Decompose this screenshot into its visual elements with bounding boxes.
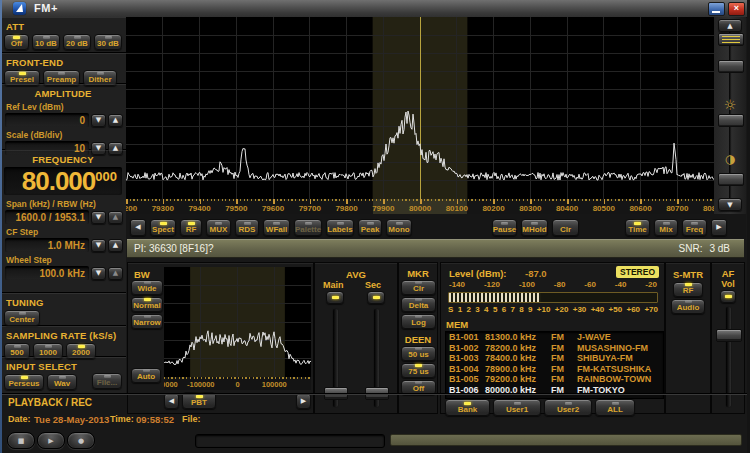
- clr-button[interactable]: Clr: [552, 219, 579, 236]
- narrow-button[interactable]: Narrow: [131, 314, 163, 329]
- bank-button[interactable]: Bank: [445, 399, 490, 416]
- palette-button[interactable]: Palette: [294, 219, 322, 236]
- audio-button[interactable]: Audio: [671, 299, 705, 314]
- span-khz-rbw-hz-value[interactable]: 1600.0 / 1953.1: [5, 210, 89, 224]
- s-scale-label: 8: [519, 305, 523, 314]
- all-button[interactable]: ALL: [595, 399, 635, 416]
- scroll-right-icon[interactable]: ▶: [711, 219, 727, 236]
- freq-button[interactable]: Freq: [682, 219, 707, 236]
- button-label: MUX: [210, 225, 228, 235]
- spin-down-icon[interactable]: ▼: [91, 211, 106, 224]
- off-button[interactable]: Off: [4, 34, 29, 50]
- contrast-slider-handle[interactable]: [718, 173, 744, 186]
- auto-button[interactable]: Auto: [131, 368, 161, 383]
- scroll-left-icon[interactable]: ◀: [130, 219, 146, 236]
- slider-handle[interactable]: [718, 60, 744, 73]
- cf-step-label: CF Step: [0, 224, 126, 238]
- stop-button[interactable]: ■: [7, 432, 35, 449]
- divider: [0, 393, 750, 395]
- spin-up-icon[interactable]: ▲: [108, 267, 123, 280]
- mhold-button[interactable]: MHold: [521, 219, 548, 236]
- wide-button[interactable]: Wide: [131, 280, 163, 295]
- att-section: ATT Off10 dB20 dB30 dB: [0, 17, 126, 53]
- memory-row-fm-katsushika[interactable]: B1-00478900.0 kHzFMFM-KATSUSHIKA: [446, 364, 663, 375]
- record-button[interactable]: ●: [67, 432, 95, 449]
- memory-row-j-wave[interactable]: B1-00181300.0 kHzFMJ-WAVE: [446, 332, 663, 343]
- 75-us-button[interactable]: 75 us: [401, 363, 436, 378]
- sampling-rate-section: SAMPLING RATE (kS/s) 50010002000: [0, 326, 126, 357]
- 30-db-button[interactable]: 30 dB: [94, 34, 122, 50]
- user2-button[interactable]: User2: [544, 399, 592, 416]
- perseus-button[interactable]: Perseus: [4, 374, 44, 390]
- dbm-scale: -140-120-100-80-60-40-20: [449, 280, 657, 289]
- scroll-down-icon[interactable]: ▼: [718, 198, 742, 211]
- file-name-field[interactable]: [195, 434, 385, 448]
- passband-spectrum-display[interactable]: [164, 267, 311, 377]
- playback-progress-bar[interactable]: [390, 434, 742, 446]
- wheel-step-value[interactable]: 100.0 kHz: [5, 266, 89, 280]
- memory-list[interactable]: B1-00181300.0 kHzFMJ-WAVEB1-00278200.0 k…: [445, 331, 664, 399]
- pbt-left-icon[interactable]: ◀: [164, 393, 179, 409]
- spin-down-icon[interactable]: ▼: [91, 239, 106, 252]
- normal-button[interactable]: Normal: [131, 297, 163, 312]
- s-scale-label: +60: [626, 305, 640, 314]
- user1-button[interactable]: User1: [493, 399, 541, 416]
- button-label: RF: [186, 225, 197, 235]
- mux-button[interactable]: MUX: [206, 219, 231, 236]
- peak-button[interactable]: Peak: [358, 219, 382, 236]
- play-button[interactable]: ▶: [37, 432, 65, 449]
- file-open-button[interactable]: File...: [92, 373, 122, 389]
- 20-db-button[interactable]: 20 dB: [63, 34, 91, 50]
- wav-button[interactable]: Wav: [47, 374, 77, 390]
- scale-db-div-label: Scale (dB/div): [0, 127, 126, 141]
- avg-sec-enable-button[interactable]: [367, 291, 385, 304]
- frequency-display[interactable]: 80.000000: [4, 167, 122, 195]
- titlebar[interactable]: FM+ ×: [0, 0, 750, 18]
- 10-db-button[interactable]: 10 dB: [32, 34, 60, 50]
- ref-lev-dbm-value[interactable]: 0: [5, 113, 89, 127]
- brightness-slider-handle[interactable]: [718, 114, 744, 127]
- minimize-button[interactable]: [708, 2, 725, 16]
- 50-us-button[interactable]: 50 us: [401, 346, 436, 361]
- clr-button[interactable]: Clr: [401, 280, 436, 295]
- mono-button[interactable]: Mono: [386, 219, 412, 236]
- display-toolbar: ◀ SpectRFMUXRDSWFallPaletteLabelsPeakMon…: [126, 214, 746, 240]
- scroll-up-icon[interactable]: ▲: [718, 19, 742, 32]
- memory-row-shibuya-fm[interactable]: B1-00378400.0 kHzFMSHIBUYA-FM: [446, 353, 663, 364]
- spect-button[interactable]: Spect: [150, 219, 176, 236]
- cf-step-value[interactable]: 1.0 MHz: [5, 238, 89, 252]
- rf-button[interactable]: RF: [180, 219, 202, 236]
- spin-up-icon[interactable]: ▲: [108, 239, 123, 252]
- spin-up-icon[interactable]: ▲: [108, 211, 123, 224]
- spin-down-icon[interactable]: ▼: [91, 267, 106, 280]
- wfall-button[interactable]: WFall: [263, 219, 290, 236]
- contrast-icon: ◑: [714, 152, 746, 166]
- frequency-fields: Span (kHz) / RBW (Hz)1600.0 / 1953.1▼▲CF…: [0, 196, 126, 280]
- af-volume-slider-handle[interactable]: [716, 329, 742, 342]
- s-scale-label: S: [448, 305, 453, 314]
- pause-button[interactable]: Pause: [492, 219, 517, 236]
- time-button[interactable]: Time: [625, 219, 650, 236]
- spin-up-icon[interactable]: ▲: [108, 114, 123, 127]
- af-enable-button[interactable]: [720, 290, 736, 303]
- memory-row-musashino-fm[interactable]: B1-00278200.0 kHzFMMUSASHINO-FM: [446, 343, 663, 354]
- log-button[interactable]: Log: [401, 314, 436, 329]
- fm-plus-window: FM+ × ATT Off10 dB20 dB30 dB FRONT-END P…: [0, 0, 750, 453]
- labels-button[interactable]: Labels: [326, 219, 354, 236]
- dbm-scale-label: -120: [484, 280, 500, 289]
- memory-row-rainbow-town[interactable]: B1-00579200.0 kHzFMRAINBOW-TOWN: [446, 374, 663, 385]
- axis-tick-label: 79500: [225, 204, 247, 213]
- axis-tick-label: 79800: [335, 204, 357, 213]
- spin-down-icon[interactable]: ▼: [91, 114, 106, 127]
- center-button[interactable]: Center: [4, 310, 40, 326]
- af-volume-slider-track[interactable]: [726, 307, 731, 407]
- rf-spectrum-display[interactable]: [126, 17, 714, 199]
- rf-button[interactable]: RF: [673, 282, 703, 297]
- delta-button[interactable]: Delta: [401, 297, 436, 312]
- pbt-right-icon[interactable]: ▶: [296, 393, 311, 409]
- rds-button[interactable]: RDS: [235, 219, 259, 236]
- avg-main-enable-button[interactable]: [326, 291, 344, 304]
- mix-button[interactable]: Mix: [654, 219, 678, 236]
- close-button[interactable]: ×: [728, 2, 745, 16]
- palette-slider-handle[interactable]: [718, 33, 744, 46]
